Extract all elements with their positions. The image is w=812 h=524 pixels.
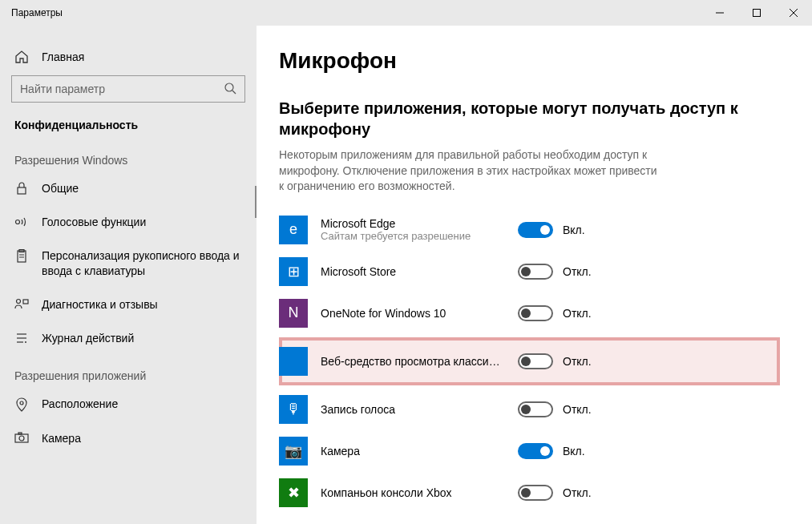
toggle-switch[interactable]	[518, 305, 553, 321]
scrollbar-thumb[interactable]	[255, 186, 257, 218]
apps-list: eMicrosoft EdgeСайтам требуется разрешен…	[279, 209, 780, 514]
toggle-wrap: Откл.	[518, 353, 606, 369]
window-controls	[701, 0, 812, 26]
app-row: eMicrosoft EdgeСайтам требуется разрешен…	[279, 209, 780, 251]
app-icon: N	[279, 299, 308, 328]
toggle-wrap: Вкл.	[518, 443, 606, 459]
nav-general[interactable]: Общие	[0, 171, 257, 205]
toggle-switch[interactable]	[518, 443, 553, 459]
home-nav[interactable]: Главная	[0, 42, 257, 72]
app-subtitle: Сайтам требуется разрешение	[321, 230, 505, 242]
app-icon: 🎙	[279, 395, 308, 424]
app-icon: ⊞	[279, 257, 308, 286]
app-info: Запись голоса	[321, 403, 505, 416]
section-description: Некоторым приложениям для правильной раб…	[279, 147, 664, 195]
history-icon	[14, 332, 29, 345]
nav-location[interactable]: Расположение	[0, 387, 257, 421]
app-name: Камера	[321, 445, 505, 457]
sidebar: Главная Найти параметр Конфиденциальност…	[0, 26, 257, 524]
app-info: Microsoft EdgeСайтам требуется разрешени…	[321, 217, 505, 242]
toggle-label: Вкл.	[563, 445, 585, 457]
app-row: Веб-средство просмотра классиче...Откл.	[279, 344, 777, 379]
nav-label: Расположение	[42, 397, 245, 411]
nav-speech[interactable]: Голосовые функции	[0, 205, 257, 239]
lock-icon	[14, 182, 29, 195]
svg-rect-1	[753, 10, 761, 17]
toggle-label: Откл.	[563, 265, 592, 278]
search-input[interactable]: Найти параметр	[11, 75, 245, 103]
toggle-switch[interactable]	[518, 353, 553, 369]
maximize-button[interactable]	[738, 0, 775, 26]
nav-label: Диагностика и отзывы	[42, 297, 245, 312]
speech-icon	[14, 216, 29, 228]
svg-point-20	[19, 436, 24, 441]
nav-diagnostics[interactable]: Диагностика и отзывы	[0, 288, 257, 321]
svg-point-12	[17, 299, 21, 303]
toggle-wrap: Вкл.	[518, 222, 606, 238]
toggle-wrap: Откл.	[518, 485, 606, 501]
category-label: Конфиденциальность	[0, 109, 257, 139]
nav-inking[interactable]: Персонализация рукописного ввода и ввода…	[0, 239, 257, 287]
section-header-windows-perms: Разрешения Windows	[0, 139, 257, 171]
page-title: Микрофон	[279, 48, 780, 74]
feedback-icon	[14, 298, 29, 311]
svg-rect-8	[18, 251, 26, 262]
toggle-label: Вкл.	[563, 224, 585, 236]
nav-label: Журнал действий	[42, 331, 245, 345]
nav-camera[interactable]: Камера	[0, 421, 257, 455]
toggle-label: Откл.	[563, 403, 592, 416]
location-icon	[14, 397, 29, 412]
svg-rect-6	[18, 187, 26, 194]
app-info: Microsoft Store	[321, 265, 505, 278]
svg-line-5	[232, 91, 236, 94]
app-icon	[279, 347, 308, 376]
toggle-switch[interactable]	[518, 264, 553, 280]
svg-point-7	[16, 220, 20, 224]
app-row: ✖Компаньон консоли XboxОткл.	[279, 472, 780, 514]
window-title: Параметры	[11, 7, 63, 18]
app-row: NOneNote for Windows 10Откл.	[279, 292, 780, 334]
close-button[interactable]	[775, 0, 812, 26]
toggle-switch[interactable]	[518, 401, 553, 417]
nav-label: Персонализация рукописного ввода и ввода…	[42, 248, 245, 277]
svg-rect-21	[18, 433, 22, 434]
app-row: ⊞Microsoft StoreОткл.	[279, 251, 780, 292]
toggle-switch[interactable]	[518, 222, 553, 238]
app-icon: 📷	[279, 437, 308, 466]
app-icon: ✖	[279, 478, 308, 507]
home-icon	[14, 50, 29, 64]
app-info: Веб-средство просмотра классиче...	[321, 355, 505, 368]
app-name: Веб-средство просмотра классиче...	[321, 355, 505, 368]
app-name: Запись голоса	[321, 403, 505, 416]
toggle-wrap: Откл.	[518, 305, 606, 321]
app-row: 📷КамераВкл.	[279, 430, 780, 472]
toggle-wrap: Откл.	[518, 264, 606, 280]
camera-icon	[14, 432, 29, 443]
svg-point-18	[20, 401, 23, 405]
app-name: OneNote for Windows 10	[321, 307, 505, 320]
section-header-app-perms: Разрешения приложений	[0, 355, 257, 387]
app-name: Компаньон консоли Xbox	[321, 486, 505, 499]
section-title: Выберите приложения, которые могут получ…	[279, 98, 780, 139]
app-info: Компаньон консоли Xbox	[321, 486, 505, 499]
app-name: Microsoft Edge	[321, 217, 505, 230]
nav-label: Общие	[42, 181, 245, 195]
nav-label: Голосовые функции	[42, 215, 245, 229]
app-name: Microsoft Store	[321, 265, 505, 278]
main-content: Микрофон Выберите приложения, которые мо…	[257, 26, 812, 524]
app-info: OneNote for Windows 10	[321, 307, 505, 320]
app-icon: e	[279, 216, 308, 244]
clipboard-icon	[14, 249, 29, 264]
search-icon	[224, 82, 236, 97]
minimize-button[interactable]	[701, 0, 738, 26]
toggle-wrap: Откл.	[518, 401, 606, 417]
search-placeholder: Найти параметр	[20, 83, 105, 95]
toggle-switch[interactable]	[518, 485, 553, 501]
app-info: Камера	[321, 445, 505, 457]
nav-label: Камера	[42, 431, 245, 445]
home-label: Главная	[42, 50, 84, 63]
toggle-label: Откл.	[563, 307, 592, 320]
nav-activity[interactable]: Журнал действий	[0, 321, 257, 355]
svg-point-17	[25, 341, 26, 343]
svg-rect-13	[23, 300, 28, 304]
